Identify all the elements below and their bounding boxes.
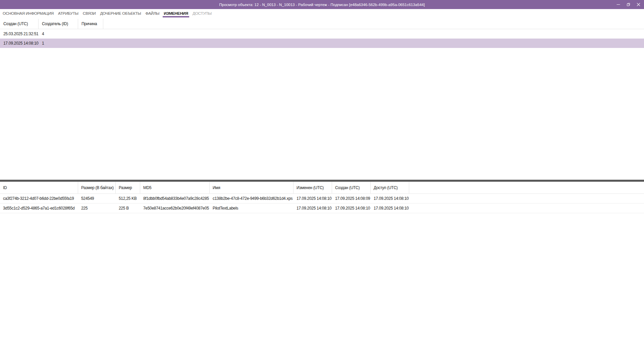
column-header[interactable]: Создатель (ID) bbox=[39, 19, 78, 29]
tab-label: ДОСТУПЫ bbox=[193, 11, 212, 16]
tab-accesses: ДОСТУПЫ bbox=[193, 9, 212, 17]
table-cell: 225 bbox=[78, 204, 116, 213]
table-cell-filler bbox=[409, 204, 644, 213]
tab-label: ФАЙЛЫ bbox=[146, 11, 160, 16]
tab-label: ИЗМЕНЕНИЯ bbox=[164, 11, 188, 16]
table-cell: 3d55c1c2-d529-4865-a7a1-ed1c6028f65d bbox=[0, 204, 78, 213]
close-button[interactable] bbox=[633, 0, 643, 9]
table-cell: PilotTextLabels bbox=[210, 204, 293, 213]
table-cell: 225 B bbox=[116, 204, 140, 213]
table-cell: c138b2be-47c8-472e-9499-b6b32d62b1d4.xps bbox=[210, 194, 293, 203]
table-cell: 8f1dbb0fbd54ab833b4e07a9c28c4285 bbox=[140, 194, 210, 203]
close-icon bbox=[637, 3, 640, 6]
changes-table-empty-area bbox=[0, 48, 644, 180]
table-cell: 17.09.2025 14:08:09 bbox=[332, 194, 371, 203]
tab-label: ОСНОВНАЯ ИНФОРМАЦИЯ bbox=[3, 11, 54, 16]
tab-relations[interactable]: СВЯЗИ bbox=[83, 9, 96, 17]
window-title: Просмотр объекта: 12 - N_0013 - N_10013 … bbox=[219, 3, 425, 7]
column-header[interactable]: Изменен (UTC) bbox=[293, 182, 332, 193]
table-row[interactable]: 17.09.2025 14:08:101 bbox=[0, 39, 644, 48]
tab-label: СВЯЗИ bbox=[83, 11, 96, 16]
active-tab-underline bbox=[163, 16, 189, 17]
table-cell: 17.09.2025 14:08:10 bbox=[293, 194, 332, 203]
column-header[interactable]: Размер (В байтах) bbox=[78, 182, 116, 193]
column-header[interactable]: MD5 bbox=[140, 182, 210, 193]
column-header-filler bbox=[409, 182, 644, 193]
table-cell: 524549 bbox=[78, 194, 116, 203]
column-header-filler bbox=[103, 19, 644, 29]
tab-files[interactable]: ФАЙЛЫ bbox=[146, 9, 160, 17]
table-cell: 17.09.2025 14:08:10 bbox=[0, 39, 39, 48]
titlebar: Просмотр объекта: 12 - N_0013 - N_10013 … bbox=[0, 0, 644, 9]
tab-label: АТРИБУТЫ bbox=[58, 11, 78, 16]
minimize-icon bbox=[616, 3, 620, 6]
column-header[interactable]: Доступ (UTC) bbox=[371, 182, 409, 193]
table-row[interactable]: 3d55c1c2-d529-4865-a7a1-ed1c6028f65d2252… bbox=[0, 204, 644, 213]
column-header[interactable]: Создан (UTC) bbox=[0, 19, 39, 29]
restore-icon bbox=[627, 3, 630, 6]
table-cell-filler bbox=[103, 29, 644, 39]
table-cell: 7e50e8741acce62b0e20f49ef4087e05 bbox=[140, 204, 210, 213]
table-cell-filler bbox=[103, 39, 644, 48]
table-row[interactable]: ca3f274b-3212-4d07-b6dd-22be0d55fa195245… bbox=[0, 194, 644, 204]
column-header[interactable]: Имя bbox=[210, 182, 293, 193]
tab-label: ДОЧЕРНИЕ ОБЪЕКТЫ bbox=[100, 11, 141, 16]
tab-main-info[interactable]: ОСНОВНАЯ ИНФОРМАЦИЯ bbox=[3, 9, 54, 17]
table-cell: 512,25 KB bbox=[116, 194, 140, 203]
column-header[interactable]: Причина bbox=[78, 19, 103, 29]
tab-changes[interactable]: ИЗМЕНЕНИЯ bbox=[164, 9, 188, 17]
column-header[interactable]: Создан (UTC) bbox=[332, 182, 371, 193]
table-cell: 17.09.2025 14:08:10 bbox=[332, 204, 371, 213]
table-row[interactable]: 25.03.2025 21:32:514 bbox=[0, 29, 644, 39]
table-cell: 1 bbox=[39, 39, 78, 48]
column-header[interactable]: Размер bbox=[116, 182, 140, 193]
window-controls bbox=[613, 0, 643, 9]
table-cell: ca3f274b-3212-4d07-b6dd-22be0d55fa19 bbox=[0, 194, 78, 203]
minimize-button[interactable] bbox=[613, 0, 623, 9]
tab-child-objects[interactable]: ДОЧЕРНИЕ ОБЪЕКТЫ bbox=[100, 9, 141, 17]
tab-attributes[interactable]: АТРИБУТЫ bbox=[58, 9, 78, 17]
object-view-window: Просмотр объекта: 12 - N_0013 - N_10013 … bbox=[0, 0, 644, 346]
changes-table: Создан (UTC)Создатель (ID)Причина 25.03.… bbox=[0, 19, 644, 48]
tab-bar: ОСНОВНАЯ ИНФОРМАЦИЯАТРИБУТЫСВЯЗИДОЧЕРНИЕ… bbox=[0, 9, 644, 17]
table-cell: 25.03.2025 21:32:51 bbox=[0, 29, 39, 39]
restore-button[interactable] bbox=[623, 0, 633, 9]
changes-table-header: Создан (UTC)Создатель (ID)Причина bbox=[0, 19, 644, 29]
column-header[interactable]: ID bbox=[0, 182, 78, 193]
files-table: IDРазмер (В байтах)РазмерMD5ИмяИзменен (… bbox=[0, 182, 644, 213]
table-cell bbox=[78, 39, 103, 48]
files-table-header: IDРазмер (В байтах)РазмерMD5ИмяИзменен (… bbox=[0, 182, 644, 194]
table-cell: 4 bbox=[39, 29, 78, 39]
table-cell bbox=[78, 29, 103, 39]
table-cell: 17.09.2025 14:08:10 bbox=[371, 194, 409, 203]
table-cell: 17.09.2025 14:08:10 bbox=[293, 204, 332, 213]
table-cell-filler bbox=[409, 194, 644, 203]
table-cell: 17.09.2025 14:08:10 bbox=[371, 204, 409, 213]
